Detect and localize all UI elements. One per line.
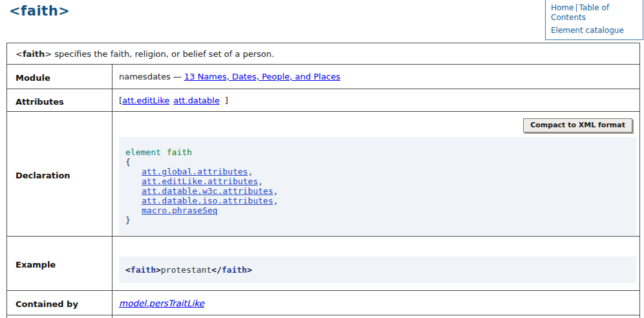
attributes-row: Attributes [att.editLikeatt.datable] [7, 89, 640, 112]
declaration-toolbar: Compact to XML format [113, 118, 632, 132]
code-element-name: faith [167, 147, 192, 157]
attributes-value: [att.editLikeatt.datable] [113, 89, 640, 112]
code-link-att-datable-w3c-attributes[interactable]: att.datable.w3c.attributes [142, 186, 274, 196]
nav-separator: | [575, 3, 577, 12]
attribute-class-link-editLike[interactable]: att.editLike [122, 96, 169, 105]
code-line: att.datable.iso.attributes, [125, 196, 630, 206]
description-row: <faith> specifies the faith, religion, o… [7, 43, 640, 65]
declaration-code-block: elementfaith { att.global.attributes, at… [119, 137, 636, 235]
code-line: elementfaith [125, 147, 630, 157]
code-line: att.editLike.attributes, [125, 176, 630, 186]
code-line: att.datable.w3c.attributes, [125, 186, 630, 196]
example-close-tag-name: faith [222, 265, 247, 275]
element-description: <faith> specifies the faith, religion, o… [7, 43, 640, 65]
module-name: namesdates [119, 72, 171, 81]
model-class-link-persTraitLike[interactable]: model.persTraitLike [119, 298, 204, 308]
code-keyword: element [125, 147, 161, 157]
attributes-bracket-close: ] [225, 96, 228, 105]
code-line: macro.phraseSeq [125, 206, 630, 215]
example-label: Example [7, 237, 113, 291]
code-line: att.global.attributes, [125, 167, 630, 176]
example-code-block: <faith>protestant</faith> [119, 257, 636, 283]
description-text: specifies the faith, religion, or belief… [52, 49, 274, 59]
code-link-att-datable-iso-attributes[interactable]: att.datable.iso.attributes [142, 196, 274, 206]
module-row: Module namesdates—13 Names, Dates, Peopl… [7, 65, 640, 89]
contained-by-label: Contained by [7, 291, 113, 315]
dash-separator: — [173, 72, 182, 81]
code-link-att-global-attributes[interactable]: att.global.attributes [142, 167, 248, 176]
example-content: protestant [161, 265, 211, 275]
described-element-name: faith [23, 49, 45, 59]
attribute-class-link-datable[interactable]: att.datable [173, 96, 219, 105]
nav-link-home[interactable]: Home [551, 3, 574, 12]
compact-to-xml-button[interactable]: Compact to XML format [523, 118, 632, 132]
page-title: <faith> [9, 3, 70, 19]
code-link-macro-phraseSeq[interactable]: macro.phraseSeq [142, 206, 217, 215]
declaration-value: Compact to XML format elementfaith { att… [113, 112, 640, 237]
example-open-tag-name: faith [131, 265, 156, 275]
example-value: <faith>protestant</faith> [113, 237, 640, 291]
code-line: { [125, 157, 630, 167]
declaration-row: Declaration Compact to XML format elemen… [7, 112, 640, 237]
top-nav-box: Home|Table of Contents Element catalogue [545, 0, 643, 40]
page-header: <faith> Home|Table of Contents Element c… [0, 0, 644, 43]
code-link-att-editLike-attributes[interactable]: att.editLike.attributes [142, 176, 258, 186]
contained-by-value: model.persTraitLike [113, 291, 640, 315]
module-value: namesdates—13 Names, Dates, People, and … [113, 65, 640, 89]
module-chapter-link[interactable]: 13 Names, Dates, People, and Places [184, 72, 341, 81]
module-label: Module [7, 65, 113, 89]
contained-by-row: Contained by model.persTraitLike [7, 291, 640, 315]
code-line: } [125, 215, 630, 225]
next-row-partial [7, 315, 640, 318]
element-spec-table: <faith> specifies the faith, religion, o… [6, 43, 640, 318]
nav-link-element-catalogue[interactable]: Element catalogue [551, 26, 638, 36]
attributes-label: Attributes [7, 89, 113, 112]
declaration-label: Declaration [7, 112, 113, 237]
example-row: Example <faith>protestant</faith> [7, 237, 640, 291]
